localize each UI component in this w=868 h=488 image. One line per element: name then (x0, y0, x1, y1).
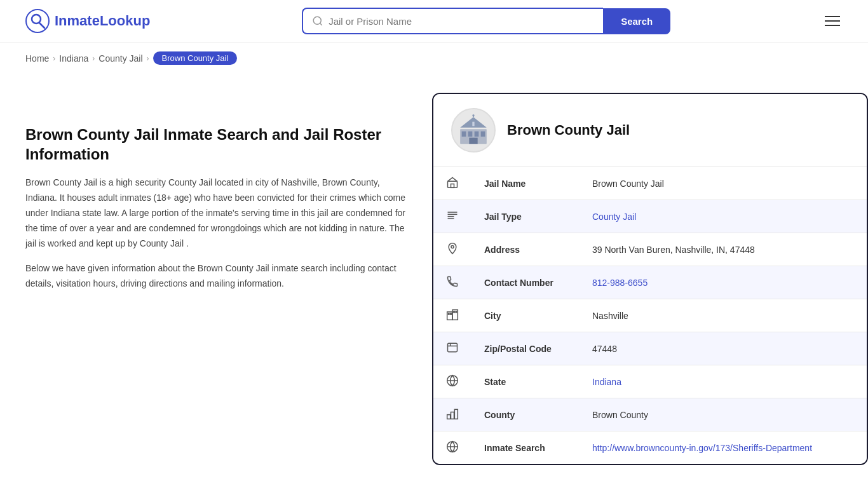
svg-rect-27 (456, 311, 457, 313)
svg-rect-8 (468, 132, 473, 137)
svg-rect-33 (454, 409, 458, 419)
svg-line-4 (320, 23, 322, 25)
field-link[interactable]: 812-988-6655 (592, 278, 648, 288)
breadcrumb: Home › Indiana › County Jail › Brown Cou… (0, 43, 868, 74)
phone-icon (433, 266, 471, 299)
field-link[interactable]: http://www.browncounty-in.gov/173/Sherif… (592, 443, 812, 453)
right-column: Brown County Jail Jail NameBrown County … (432, 74, 868, 465)
city-icon (433, 299, 471, 332)
search-input[interactable] (329, 16, 594, 27)
svg-point-0 (26, 10, 49, 32)
hamburger-line-2 (825, 20, 840, 22)
location-icon (433, 233, 471, 266)
zip-icon (433, 332, 471, 365)
county-icon (433, 398, 471, 431)
svg-rect-11 (469, 138, 477, 144)
table-row: CountyBrown County (433, 398, 867, 431)
field-value: Brown County (580, 398, 867, 431)
svg-rect-26 (454, 311, 455, 313)
search-icon (312, 15, 323, 27)
jail-info-table: Jail NameBrown County JailJail TypeCount… (433, 166, 867, 464)
description-paragraph-2: Below we have given information about th… (25, 261, 407, 292)
state-icon (433, 365, 471, 398)
svg-rect-7 (462, 132, 466, 137)
jail-card-title: Brown County Jail (507, 122, 630, 139)
field-value: 47448 (580, 332, 867, 365)
svg-rect-24 (448, 313, 449, 315)
search-button[interactable]: Search (603, 8, 670, 34)
svg-rect-12 (472, 122, 474, 126)
field-label: Zip/Postal Code (471, 332, 580, 365)
main-content: Brown County Jail Inmate Search and Jail… (0, 74, 868, 488)
logo-text: InmateLookup (55, 13, 150, 29)
svg-rect-25 (451, 313, 452, 315)
breadcrumb-home[interactable]: Home (25, 53, 49, 64)
search-input-wrapper (302, 8, 603, 34)
description-paragraph-1: Brown County Jail is a high security Cou… (25, 175, 407, 251)
table-row: StateIndiana (433, 365, 867, 398)
field-label: Jail Type (471, 200, 580, 233)
svg-rect-15 (448, 181, 458, 187)
table-row: CityNashville (433, 299, 867, 332)
field-label: Contact Number (471, 266, 580, 299)
field-value: 39 North Van Buren, Nashville, IN, 47448 (580, 233, 867, 266)
breadcrumb-indiana[interactable]: Indiana (59, 53, 88, 64)
hamburger-menu[interactable] (822, 13, 843, 29)
field-value[interactable]: County Jail (580, 200, 867, 233)
table-row: Contact Number812-988-6655 (433, 266, 867, 299)
jail-avatar (451, 108, 496, 152)
svg-point-21 (451, 245, 454, 248)
header: InmateLookup Search (0, 0, 868, 43)
table-row: Address39 North Van Buren, Nashville, IN… (433, 233, 867, 266)
jail-card: Brown County Jail Jail NameBrown County … (432, 93, 868, 465)
hamburger-line-3 (825, 25, 840, 26)
field-label: State (471, 365, 580, 398)
logo-main: Inmate (55, 13, 100, 29)
breadcrumb-chevron-1: › (53, 54, 55, 63)
search-bar: Search (302, 8, 670, 34)
table-row: Zip/Postal Code47448 (433, 332, 867, 365)
field-link[interactable]: County Jail (592, 212, 636, 222)
field-label: Inmate Search (471, 431, 580, 464)
jail-card-header: Brown County Jail (433, 94, 867, 166)
field-value[interactable]: 812-988-6655 (580, 266, 867, 299)
svg-rect-28 (448, 343, 458, 351)
table-row: Jail TypeCounty Jail (433, 200, 867, 233)
field-label: Jail Name (471, 167, 580, 200)
svg-rect-32 (451, 412, 454, 419)
svg-point-3 (313, 17, 321, 24)
svg-rect-10 (481, 132, 485, 137)
field-label: City (471, 299, 580, 332)
breadcrumb-chevron-2: › (92, 54, 95, 63)
field-link[interactable]: Indiana (592, 377, 621, 387)
jail-icon (433, 167, 471, 200)
field-value: Brown County Jail (580, 167, 867, 200)
type-icon (433, 200, 471, 233)
svg-rect-31 (447, 415, 451, 419)
field-value[interactable]: http://www.browncounty-in.gov/173/Sherif… (580, 431, 867, 464)
field-label: County (471, 398, 580, 431)
breadcrumb-chevron-3: › (147, 54, 149, 63)
logo[interactable]: InmateLookup (25, 9, 150, 33)
svg-rect-9 (475, 132, 479, 137)
table-row: Jail NameBrown County Jail (433, 167, 867, 200)
logo-accent: Lookup (100, 13, 150, 29)
hamburger-line-1 (825, 16, 840, 17)
svg-rect-16 (451, 184, 454, 188)
field-label: Address (471, 233, 580, 266)
left-column: Brown County Jail Inmate Search and Jail… (25, 74, 432, 302)
page-heading: Brown County Jail Inmate Search and Jail… (25, 125, 407, 164)
logo-icon (25, 9, 50, 33)
building-icon (458, 114, 489, 146)
web-icon (433, 431, 471, 464)
breadcrumb-current: Brown County Jail (153, 51, 238, 65)
table-row: Inmate Searchhttp://www.browncounty-in.g… (433, 431, 867, 464)
field-value: Nashville (580, 299, 867, 332)
field-value[interactable]: Indiana (580, 365, 867, 398)
svg-point-14 (472, 114, 474, 116)
breadcrumb-county-jail[interactable]: County Jail (98, 53, 142, 64)
